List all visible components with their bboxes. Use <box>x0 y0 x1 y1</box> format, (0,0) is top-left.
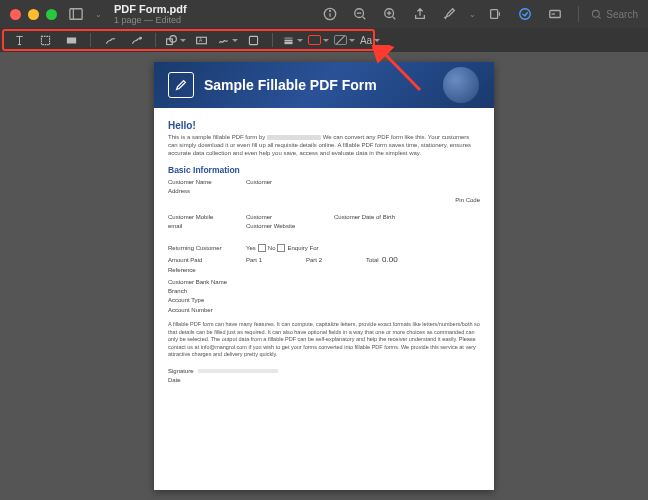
label-mobile: Customer Mobile <box>168 214 246 220</box>
font-tool[interactable]: Aa <box>359 31 381 49</box>
svg-rect-18 <box>41 36 49 44</box>
document-viewport[interactable]: Sample Fillable PDF Form Hello! This is … <box>0 52 648 500</box>
label-date: Date <box>168 377 181 383</box>
label-account-number: Account Number <box>168 307 213 313</box>
rect-select-tool[interactable] <box>34 31 56 49</box>
label-account-type: Account Type <box>168 297 204 303</box>
zoom-in-icon[interactable] <box>379 4 401 24</box>
label-branch: Branch <box>168 288 187 294</box>
label-dob: Customer Date of Birth <box>334 214 395 220</box>
label-email: email <box>168 223 246 229</box>
label-reference: Reference <box>168 267 246 273</box>
form-content: Hello! This is a sample fillable PDF for… <box>154 108 494 394</box>
page-info: 1 page — Edited <box>114 15 187 25</box>
sidebar-toggle[interactable] <box>65 4 87 24</box>
fill-color-tool[interactable] <box>333 31 355 49</box>
label-returning: Returning Customer <box>168 245 246 251</box>
svg-point-20 <box>139 37 141 39</box>
svg-point-16 <box>593 10 600 17</box>
label-customer-name: Customer Name <box>168 179 246 185</box>
form-icon[interactable] <box>544 4 566 24</box>
svg-line-9 <box>393 17 396 20</box>
label-amount: Amount Paid <box>168 257 246 263</box>
pdf-page: Sample Fillable PDF Form Hello! This is … <box>154 62 494 490</box>
checkbox-yes[interactable] <box>258 244 266 252</box>
svg-text:A: A <box>199 38 203 43</box>
rotate-icon[interactable] <box>484 4 506 24</box>
filename: PDF Form.pdf <box>114 3 187 16</box>
close-window[interactable] <box>10 9 21 20</box>
form-banner: Sample Fillable PDF Form <box>154 62 494 108</box>
label-signature: Signature <box>168 368 194 374</box>
edit-icon <box>168 72 194 98</box>
line-weight-tool[interactable] <box>281 31 303 49</box>
hello-heading: Hello! <box>168 120 480 131</box>
minimize-window[interactable] <box>28 9 39 20</box>
stroke-color-tool[interactable] <box>307 31 329 49</box>
sketch-tool[interactable] <box>99 31 121 49</box>
svg-line-6 <box>363 17 366 20</box>
intro-text: This is a sample fillable PDF form by We… <box>168 133 480 157</box>
svg-point-13 <box>520 9 531 20</box>
sign-tool[interactable] <box>216 31 238 49</box>
share-icon[interactable] <box>409 4 431 24</box>
highlight-icon[interactable] <box>439 4 461 24</box>
svg-rect-19 <box>67 38 75 43</box>
text-select-tool[interactable] <box>8 31 30 49</box>
titlebar: ⌄ PDF Form.pdf 1 page — Edited ⌄ Search <box>0 0 648 28</box>
svg-rect-25 <box>249 36 257 44</box>
draw-tool[interactable] <box>125 31 147 49</box>
search-field[interactable]: Search <box>591 9 638 20</box>
label-bank: Customer Bank Name <box>168 279 227 285</box>
label-address: Address <box>168 188 246 194</box>
svg-line-17 <box>599 16 601 18</box>
search-placeholder: Search <box>606 9 638 20</box>
label-pin-code: Pin Code <box>168 197 480 203</box>
svg-rect-12 <box>491 10 498 19</box>
zoom-out-icon[interactable] <box>349 4 371 24</box>
markup-toolbar: A Aa <box>0 28 648 52</box>
shapes-tool[interactable] <box>164 31 186 49</box>
note-tool[interactable] <box>242 31 264 49</box>
svg-point-4 <box>330 11 331 12</box>
checkbox-no[interactable] <box>277 244 285 252</box>
text-tool[interactable]: A <box>190 31 212 49</box>
maximize-window[interactable] <box>46 9 57 20</box>
form-title: Sample Fillable PDF Form <box>204 77 377 94</box>
info-icon[interactable] <box>319 4 341 24</box>
document-title: PDF Form.pdf 1 page — Edited <box>114 3 187 26</box>
svg-rect-0 <box>70 9 82 20</box>
footer-text: A fillable PDF form can have many featur… <box>168 321 480 358</box>
window-controls <box>10 9 57 20</box>
redact-tool[interactable] <box>60 31 82 49</box>
total-value: 0.00 <box>382 255 398 264</box>
markup-toggle-icon[interactable] <box>514 4 536 24</box>
section-basic-info: Basic Information <box>168 165 480 175</box>
